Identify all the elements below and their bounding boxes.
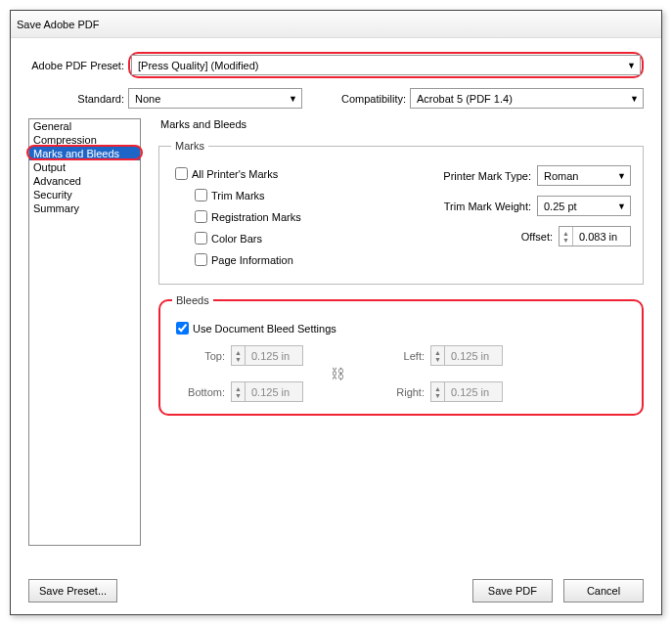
- chevron-down-icon: ▼: [630, 94, 639, 104]
- titlebar: Save Adobe PDF: [11, 11, 661, 38]
- color-bars-checkbox[interactable]: Color Bars: [191, 229, 367, 247]
- spinner-arrows-icon: ▲▼: [232, 382, 246, 401]
- bleed-bottom-spinner: ▲▼0.125 in: [231, 381, 303, 402]
- trim-mark-weight-label: Trim Mark Weight:: [444, 201, 531, 212]
- category-sidebar[interactable]: GeneralCompressionMarks and BleedsOutput…: [28, 118, 141, 546]
- bleed-top-spinner: ▲▼0.125 in: [231, 345, 303, 366]
- spinner-arrows-icon: ▲▼: [232, 346, 246, 365]
- sidebar-item[interactable]: Summary: [29, 201, 140, 215]
- bleed-top-label: Top:: [172, 350, 225, 362]
- window-title: Save Adobe PDF: [17, 19, 99, 30]
- sidebar-item[interactable]: General: [29, 119, 140, 133]
- sidebar-wrap: GeneralCompressionMarks and BleedsOutput…: [28, 118, 141, 546]
- offset-spinner[interactable]: ▲▼ 0.083 in: [559, 226, 631, 246]
- sidebar-item[interactable]: Security: [29, 188, 140, 201]
- bleed-right-spinner: ▲▼0.125 in: [430, 381, 503, 402]
- cancel-button[interactable]: Cancel: [563, 579, 644, 603]
- bleed-right-label: Right:: [372, 386, 425, 398]
- marks-fieldset: Marks All Printer's Marks Trim Marks Reg…: [158, 140, 644, 285]
- spinner-arrows-icon[interactable]: ▲▼: [560, 227, 573, 246]
- sidebar-item[interactable]: Marks and Bleeds: [29, 147, 140, 160]
- trim-marks-checkbox[interactable]: Trim Marks: [191, 186, 367, 204]
- printer-mark-type-label: Printer Mark Type:: [443, 170, 531, 182]
- use-document-bleed-checkbox[interactable]: Use Document Bleed Settings: [172, 319, 630, 337]
- chevron-down-icon: ▼: [289, 94, 297, 104]
- checkbox[interactable]: [176, 322, 189, 335]
- sidebar-item[interactable]: Advanced: [29, 174, 140, 188]
- bleed-bottom-label: Bottom:: [172, 386, 225, 398]
- marks-legend: Marks: [171, 140, 208, 152]
- bleeds-legend: Bleeds: [172, 294, 213, 306]
- link-icon: ⛓: [331, 366, 344, 381]
- compatibility-select[interactable]: Acrobat 5 (PDF 1.4) ▼: [410, 88, 644, 109]
- bleed-left-label: Left:: [372, 350, 425, 362]
- standard-label: Standard:: [28, 93, 128, 105]
- save-pdf-dialog: Save Adobe PDF Adobe PDF Preset: [Press …: [10, 10, 662, 615]
- chevron-down-icon: ▼: [617, 201, 626, 211]
- printer-mark-type-select[interactable]: Roman ▼: [537, 165, 631, 186]
- offset-label: Offset:: [521, 231, 553, 243]
- checkbox[interactable]: [195, 210, 207, 223]
- compatibility-label: Compatibility:: [302, 93, 410, 105]
- page-information-checkbox[interactable]: Page Information: [191, 250, 367, 269]
- chevron-down-icon: ▼: [617, 171, 626, 181]
- section-title: Marks and Bleeds: [160, 118, 644, 130]
- compatibility-value: Acrobat 5 (PDF 1.4): [417, 93, 513, 105]
- preset-select[interactable]: [Press Quality] (Modified) ▼: [131, 55, 641, 75]
- save-preset-button[interactable]: Save Preset...: [28, 579, 117, 603]
- all-printers-marks-checkbox[interactable]: All Printer's Marks: [171, 164, 367, 183]
- checkbox[interactable]: [195, 232, 207, 245]
- standard-select[interactable]: None ▼: [128, 88, 302, 109]
- preset-label: Adobe PDF Preset:: [28, 60, 128, 71]
- chevron-down-icon: ▼: [627, 61, 636, 70]
- checkbox[interactable]: [195, 189, 207, 201]
- spinner-arrows-icon: ▲▼: [431, 346, 445, 365]
- sidebar-item[interactable]: Compression: [29, 133, 140, 147]
- bleed-left-spinner: ▲▼0.125 in: [430, 345, 503, 366]
- standard-value: None: [135, 93, 160, 105]
- spinner-arrows-icon: ▲▼: [431, 382, 445, 401]
- checkbox[interactable]: [175, 167, 188, 180]
- checkbox[interactable]: [195, 253, 207, 266]
- sidebar-item[interactable]: Output: [29, 160, 140, 174]
- save-pdf-button[interactable]: Save PDF: [472, 579, 553, 603]
- bleeds-fieldset: Bleeds Use Document Bleed Settings Top: …: [158, 294, 644, 416]
- trim-mark-weight-select[interactable]: 0.25 pt ▼: [537, 196, 631, 216]
- preset-value: [Press Quality] (Modified): [138, 60, 258, 71]
- registration-marks-checkbox[interactable]: Registration Marks: [191, 207, 367, 226]
